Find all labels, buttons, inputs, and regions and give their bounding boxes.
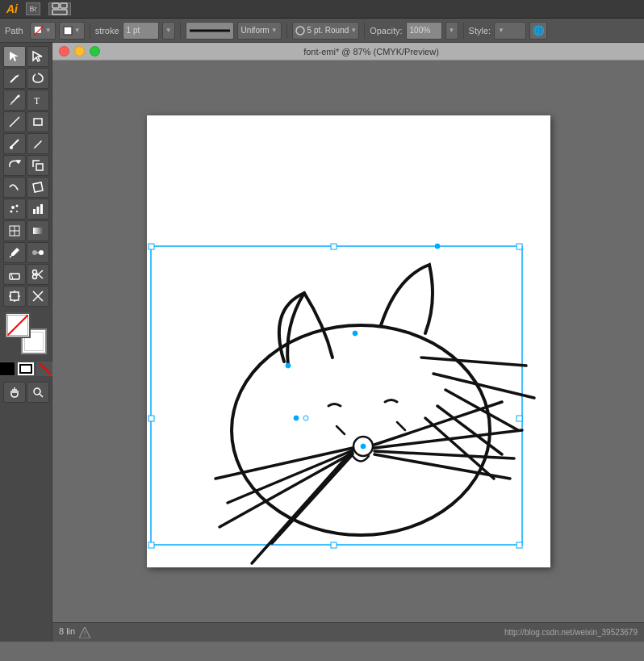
svg-marker-12 (17, 74, 19, 77)
status-left: 8 lin (59, 626, 90, 638)
svg-marker-9 (10, 52, 19, 61)
svg-point-80 (294, 416, 299, 420)
cap-style-label: 5 pt. Round (307, 26, 349, 35)
stroke-mode-btn[interactable] (17, 362, 35, 376)
type-tool[interactable]: T (27, 90, 49, 111)
status-bar: 8 lin http://blog.csdn.net/weixin_395236… (52, 622, 644, 642)
svg-rect-55 (331, 244, 337, 249)
svg-line-39 (11, 274, 13, 279)
svg-point-62 (232, 325, 490, 535)
opacity-label: Opacity: (370, 26, 402, 36)
svg-point-35 (32, 250, 37, 255)
svg-rect-28 (36, 207, 39, 214)
workspace-icon[interactable] (48, 2, 71, 15)
svg-line-11 (10, 76, 17, 82)
svg-line-16 (10, 117, 19, 127)
fill-mode-btn[interactable] (0, 362, 15, 376)
svg-point-51 (34, 388, 40, 395)
svg-line-79 (397, 422, 405, 430)
svg-point-24 (15, 205, 18, 207)
svg-rect-6 (65, 27, 70, 33)
lasso-tool[interactable] (27, 68, 49, 89)
divider-4 (364, 23, 365, 39)
zoom-tool[interactable] (27, 382, 49, 403)
bridge-icon[interactable]: Br (26, 2, 40, 15)
warp-tool[interactable] (3, 177, 26, 198)
svg-point-84 (435, 244, 440, 249)
svg-rect-57 (148, 416, 154, 421)
cap-style-dropdown[interactable]: 5 pt. Round ▼ (292, 22, 360, 40)
mesh-tool[interactable] (3, 220, 26, 241)
gradient-tool[interactable] (27, 220, 49, 241)
svg-rect-54 (148, 244, 154, 249)
scissors-tool[interactable] (27, 264, 49, 285)
doc-title-bar: font-emi* @ 87% (CMYK/Preview) (52, 43, 644, 61)
svg-rect-53 (151, 246, 522, 545)
fill-color-btn[interactable]: ▼ (30, 22, 56, 40)
tool-row-hand-zoom (0, 382, 52, 403)
stroke-weight-arrow[interactable]: ▼ (162, 22, 175, 40)
blend-tool[interactable] (27, 242, 49, 263)
divider-5 (463, 23, 464, 39)
line-tool[interactable] (3, 111, 26, 132)
style-dropdown[interactable]: ▼ (494, 22, 526, 40)
none-mode-btn[interactable] (36, 362, 54, 376)
canvas-area[interactable] (52, 61, 644, 622)
rectangle-tool[interactable] (27, 111, 49, 132)
eyedropper-tool[interactable] (3, 242, 26, 263)
opacity-arrow[interactable]: ▼ (445, 22, 458, 40)
main-layout: T (0, 43, 644, 642)
svg-point-36 (39, 250, 44, 255)
divider-2 (180, 23, 181, 39)
svg-rect-61 (516, 542, 522, 548)
svg-marker-22 (33, 182, 43, 192)
slice-tool[interactable] (27, 286, 49, 307)
hand-tool[interactable] (3, 382, 26, 403)
tool-row-11 (0, 264, 52, 285)
direct-selection-tool[interactable] (27, 46, 49, 67)
fill-stroke-mode-area (0, 362, 54, 376)
svg-line-34 (10, 256, 11, 257)
stroke-weight-input[interactable]: 1 pt (123, 22, 159, 40)
svg-rect-17 (34, 119, 42, 125)
svg-point-83 (353, 331, 358, 336)
svg-point-88 (84, 635, 86, 637)
column-graph-tool[interactable] (27, 199, 49, 220)
eraser-tool[interactable] (3, 264, 26, 285)
tool-row-7 (0, 177, 52, 198)
artboard-tool[interactable] (3, 286, 26, 307)
svg-rect-60 (331, 542, 337, 548)
divider-1 (90, 23, 90, 39)
line-profile-dropdown[interactable]: Uniform ▼ (237, 22, 282, 40)
svg-text:T: T (34, 95, 40, 107)
svg-point-13 (17, 95, 19, 98)
free-transform-tool[interactable] (27, 177, 49, 198)
selection-tool[interactable] (3, 46, 26, 67)
svg-marker-10 (33, 52, 42, 61)
svg-rect-56 (516, 244, 522, 249)
pencil-tool[interactable] (27, 133, 49, 154)
opacity-input[interactable]: 100% (406, 22, 442, 40)
style-label: Style: (469, 26, 491, 36)
path-label: Path (5, 26, 23, 36)
line-profile-label: Uniform (241, 26, 270, 35)
scale-tool[interactable] (27, 155, 49, 176)
globe-button[interactable]: 🌐 (529, 22, 547, 40)
svg-marker-19 (33, 148, 34, 149)
svg-rect-21 (36, 164, 43, 170)
rotate-tool[interactable] (3, 155, 26, 176)
maximize-button[interactable] (90, 46, 100, 56)
svg-rect-58 (516, 416, 522, 421)
pen-tool[interactable] (3, 90, 26, 111)
symbol-sprayer-tool[interactable] (3, 199, 26, 220)
svg-point-23 (11, 206, 15, 209)
minimize-button[interactable] (74, 46, 85, 56)
svg-point-81 (303, 416, 308, 420)
stroke-color-btn[interactable]: ▼ (59, 22, 85, 40)
foreground-swatch[interactable] (5, 312, 31, 338)
magic-wand-tool[interactable] (3, 68, 26, 89)
paintbrush-tool[interactable] (3, 133, 26, 154)
svg-line-52 (40, 394, 43, 397)
close-button[interactable] (59, 46, 69, 56)
cat-drawing (147, 115, 550, 567)
